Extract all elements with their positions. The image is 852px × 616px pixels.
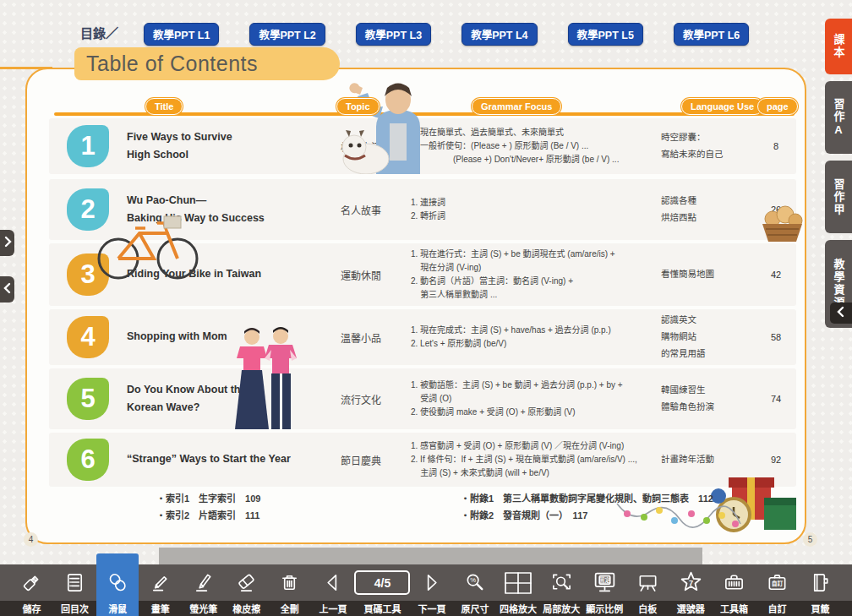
toolbar-page-indicator[interactable]: 4/5 頁碼工具 [354, 564, 410, 616]
usb-save-icon [20, 564, 43, 601]
page-tab-icon [809, 564, 832, 601]
column-header-grammar: Grammar Focus [472, 98, 561, 115]
toolbar-prev-page[interactable]: 上一頁 [311, 564, 354, 616]
contents-list-icon [63, 564, 86, 601]
unit-page: 58 [759, 332, 793, 342]
page-number-right: 5 [803, 532, 817, 547]
page-title: Table of Contents [74, 47, 340, 80]
whiteboard-icon [636, 564, 659, 601]
expand-left-panel-button[interactable] [0, 230, 14, 256]
chevron-left-icon [837, 306, 845, 321]
ppt-button-l1[interactable]: 教學PPT L1 [144, 23, 219, 46]
unit-number-badge: 1 [67, 125, 109, 167]
ppt-button-row: 教學PPT L1 教學PPT L2 教學PPT L3 教學PPT L4 教學PP… [144, 23, 749, 46]
toolbar-original-size[interactable]: % 原尺寸 [454, 564, 497, 616]
unit-number-badge: 6 [67, 439, 109, 481]
ppt-button-l4[interactable]: 教學PPT L4 [462, 23, 537, 46]
collapse-left-panel-button[interactable] [0, 276, 14, 303]
unit-title: Shopping with Mom [127, 328, 311, 346]
svg-text:固定: 固定 [599, 576, 611, 584]
column-header-language: Language Use [681, 98, 763, 115]
partial-zoom-icon [550, 564, 573, 601]
unit-grammar: 1. 被動語態：主詞 (S) + be 動詞 + 過去分詞 (p.p.) + b… [411, 379, 661, 419]
column-header-topic: Topic [336, 98, 380, 115]
tab-textbook[interactable]: 課本 [825, 19, 852, 74]
ppt-button-l6[interactable]: 教學PPT L6 [674, 23, 749, 46]
unit-topic: 運動休閒 [311, 268, 411, 282]
ppt-button-l2[interactable]: 教學PPT L2 [249, 23, 325, 46]
bottom-toolbar: 儲存 回目次 滑鼠 畫筆 螢光筆 橡皮擦 全刪 [0, 564, 852, 616]
toolbar-eraser[interactable]: 橡皮擦 [225, 564, 268, 616]
toolbar-mouse-tool[interactable]: 滑鼠 [96, 553, 139, 616]
toolbar-display-ratio[interactable]: 固定 顯示比例 [583, 564, 626, 616]
appendix-link-1[interactable]: ・附錄1 第三人稱單數動詞字尾變化規則、動詞三態表 112 [461, 491, 713, 504]
toc-row-unit4[interactable]: 4 Shopping with Mom 溫馨小品 1. 現在完成式：主詞 (S)… [49, 309, 796, 365]
toolbar-number-picker[interactable]: 7 選號器 [669, 564, 713, 616]
unit-topic: 節日慶典 [311, 453, 411, 467]
unit-language-use: 看懂簡易地圖 [661, 266, 759, 283]
toc-row-unit5[interactable]: 5 Do You Know About the Korean Wave? 流行文… [49, 368, 796, 429]
chevron-left-icon [3, 282, 12, 297]
unit-title: Riding Your Bike in Taiwan [127, 265, 311, 283]
toc-row-unit2[interactable]: 2 Wu Pao-Chun— Baking His Way to Success… [49, 179, 796, 240]
unit-title: Wu Pao-Chun— Baking His Way to Success [127, 192, 311, 228]
toolbar-four-grid-zoom[interactable]: 四格放大 [497, 564, 540, 616]
prev-page-icon [321, 564, 344, 601]
unit-language-use: 認識英文 購物網站 的常見用語 [661, 312, 759, 363]
unit-topic: 名人故事 [311, 203, 411, 217]
next-page-icon [420, 564, 443, 601]
unit-page: 74 [759, 394, 793, 404]
toolbar-custom[interactable]: 自訂 自訂 [756, 564, 799, 616]
appendix-link-2[interactable]: ・附錄2 發音規則（一） 117 [461, 508, 587, 521]
title-connector-line [0, 67, 52, 69]
toolbar-toolbox[interactable]: 工具箱 [713, 564, 756, 616]
unit-language-use: 認識各種 烘焙西點 [661, 193, 759, 226]
collapse-right-panel-button[interactable] [830, 303, 852, 324]
toolbar-save[interactable]: 儲存 [10, 564, 53, 616]
toolbar-delete-all[interactable]: 全刪 [268, 564, 311, 616]
monitor-fixed-icon: 固定 [593, 564, 617, 601]
unit-page: 8 [759, 141, 793, 151]
toolbar-back-to-contents[interactable]: 回目次 [53, 564, 96, 616]
unit-topic: 校園生活 [311, 139, 411, 154]
toolbar-partial-zoom[interactable]: 局部放大 [540, 564, 583, 616]
section-label: 目錄／ [80, 24, 118, 41]
toolbar-next-page[interactable]: 下一頁 [410, 564, 453, 616]
page-number-left: 4 [24, 532, 38, 547]
svg-text:自訂: 自訂 [772, 580, 784, 587]
toolbox-icon [723, 564, 746, 601]
toolbar-whiteboard[interactable]: 白板 [626, 564, 669, 616]
page-indicator-box[interactable]: 4/5 [354, 570, 410, 595]
unit-grammar: 1. 現在進行式：主詞 (S) + be 動詞現在式 (am/are/is) +… [411, 248, 661, 302]
unit-title: Do You Know About the Korean Wave? [127, 381, 311, 417]
highlighter-icon [192, 564, 215, 601]
unit-number-badge: 3 [67, 253, 109, 296]
unit-title: “Strange” Ways to Start the Year [127, 450, 311, 468]
tab-workbook-jia[interactable]: 習作甲 [825, 161, 852, 233]
unit-grammar: 1. 感官動詞 + 受詞 (O) + 原形動詞 (V) ／現在分詞 (V-ing… [411, 439, 661, 480]
ppt-button-l5[interactable]: 教學PPT L5 [568, 23, 643, 46]
unit-number-badge: 4 [67, 316, 109, 358]
toolbar-highlighter[interactable]: 螢光筆 [182, 564, 225, 616]
unit-page: 92 [759, 455, 793, 465]
toolbar-page-tabs[interactable]: 頁籤 [799, 564, 842, 616]
index-link-1[interactable]: ・索引1 生字索引 109 [156, 491, 260, 504]
tab-workbook-a[interactable]: 習作A [825, 81, 852, 154]
index-link-2[interactable]: ・索引2 片語索引 111 [156, 508, 259, 521]
unit-grammar: 1. 現在簡單式、過去簡單式、未來簡單式 2. 一般祈使句：(Please + … [411, 126, 661, 166]
eraser-icon [235, 564, 258, 601]
custom-case-icon: 自訂 [766, 564, 789, 601]
toolbar-pen[interactable]: 畫筆 [139, 564, 182, 616]
svg-text:7: 7 [689, 579, 693, 587]
ppt-button-l3[interactable]: 教學PPT L3 [356, 23, 431, 46]
unit-grammar: 1. 連接詞 2. 轉折詞 [411, 196, 661, 223]
unit-page: 26 [759, 204, 793, 215]
column-header-page: page [757, 98, 798, 115]
toc-row-unit3[interactable]: 3 Riding Your Bike in Taiwan 運動休閒 1. 現在進… [49, 243, 796, 306]
toc-row-unit1[interactable]: 1 Five Ways to Survive High School 校園生活 … [49, 118, 796, 174]
toc-row-unit6[interactable]: 6 “Strange” Ways to Start the Year 節日慶典 … [49, 433, 796, 487]
unit-number-badge: 2 [67, 188, 109, 231]
zoom-percent-icon: % [464, 564, 487, 601]
collapsed-panel-bar[interactable] [159, 548, 702, 564]
chevron-right-icon [3, 236, 12, 251]
